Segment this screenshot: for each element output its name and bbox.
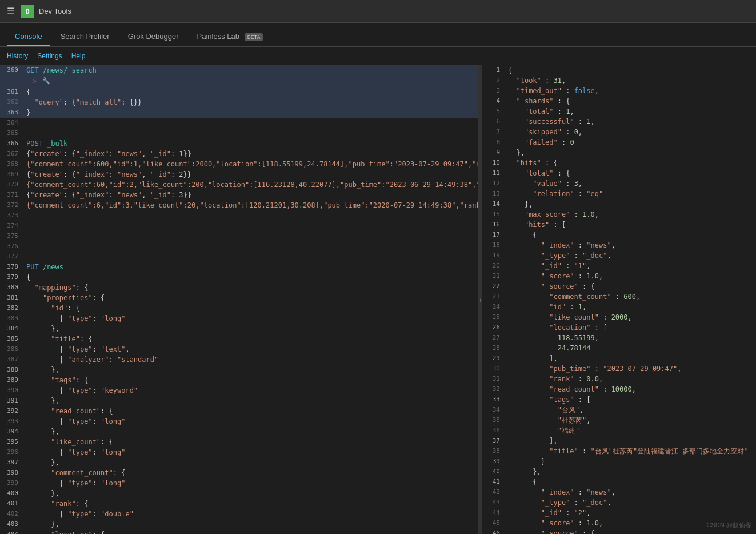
line-number: 384 (0, 324, 24, 334)
wrench-button[interactable]: 🔧 (41, 75, 52, 87)
table-row: 7 "skipped" : 0, (482, 127, 756, 137)
table-row: 386 | "type": "text", (0, 344, 478, 354)
table-row: 21 "_score" : 1.0, (482, 271, 756, 281)
line-number: 400 (0, 488, 24, 499)
line-number: 391 (0, 396, 24, 406)
table-row: 391 }, (0, 396, 478, 406)
line-number: 2 (482, 75, 506, 86)
table-row: 36 "福建" (482, 425, 756, 436)
app-title: Dev Tools (39, 7, 71, 15)
line-number: 365 (0, 128, 24, 138)
table-row: 403 }, (0, 519, 478, 529)
line-number: 13 (482, 189, 506, 199)
table-row: 379 { (0, 272, 478, 282)
subnav-settings[interactable]: Settings (37, 52, 62, 60)
watermark: CSDN @赵侦客 (707, 521, 751, 529)
table-row: 369 {"create": {"_index": "news", "_id":… (0, 169, 478, 180)
table-row: 4 "_shards" : { (482, 96, 756, 106)
line-number: 9 (482, 148, 506, 158)
table-row: 387 | "analyzer": "standard" (0, 354, 478, 365)
line-number: 11 (482, 168, 506, 178)
table-row: 399 | "type": "long" (0, 478, 478, 488)
line-number: 393 (0, 416, 24, 427)
line-number: 371 (0, 190, 24, 200)
left-editor-panel[interactable]: 360 GET /news/_search ▷ 🔧 361 { 362 "que… (0, 65, 478, 534)
table-row: 17 { (482, 230, 756, 240)
line-number: 373 (0, 210, 24, 221)
table-row: 3 "timed_out" : false, (482, 86, 756, 96)
tab-painless-lab[interactable]: Painless Lab BETA (189, 27, 271, 46)
table-row: 10 "hits" : { (482, 158, 756, 168)
table-row: 28 24.78144 (482, 343, 756, 353)
table-row: 22 "_source" : { (482, 281, 756, 292)
table-row: 42 "_index" : "news", (482, 487, 756, 497)
run-button[interactable]: ▷ (31, 75, 38, 87)
beta-badge: BETA (245, 33, 263, 41)
subnav-help[interactable]: Help (71, 52, 86, 60)
line-number: 34 (482, 405, 506, 415)
line-number: 375 (0, 231, 24, 241)
line-number: 12 (482, 178, 506, 189)
line-number: 35 (482, 415, 506, 425)
line-number: 388 (0, 365, 24, 375)
line-number: 397 (0, 457, 24, 468)
line-number: 378 (0, 262, 24, 272)
table-row: 35 "杜苏芮", (482, 415, 756, 425)
line-number: 404 (0, 529, 24, 534)
line-number: 37 (482, 436, 506, 446)
line-number: 394 (0, 427, 24, 437)
table-row: 392 "read_count": { (0, 406, 478, 416)
line-number: 372 (0, 200, 24, 210)
table-row: 368 {"comment_count":600,"id":1,"like_co… (0, 159, 478, 169)
line-number: 24 (482, 302, 506, 312)
table-row: 385 "title": { (0, 334, 478, 344)
table-row: 11 "total" : { (482, 168, 756, 178)
table-row: 361 { (0, 87, 478, 97)
line-number: 362 (0, 97, 24, 107)
subnav-history[interactable]: History (7, 52, 28, 60)
table-row: 394 }, (0, 427, 478, 437)
line-number: 383 (0, 313, 24, 324)
tab-console[interactable]: Console (7, 27, 50, 46)
line-toolbar: ▷ 🔧 (31, 75, 478, 87)
tab-search-profiler[interactable]: Search Profiler (53, 27, 118, 46)
table-row: 373 (0, 210, 478, 221)
table-row: 388 }, (0, 365, 478, 375)
table-row: 25 "like_count" : 2000, (482, 312, 756, 322)
line-number: 377 (0, 252, 24, 262)
line-number: 1 (482, 65, 506, 75)
line-number: 390 (0, 385, 24, 396)
right-output-panel[interactable]: 1 { 2 "took" : 31, 3 "timed_out" : false… (482, 65, 756, 534)
table-row: 384 }, (0, 324, 478, 334)
line-number: 6 (482, 117, 506, 127)
table-row: 378 PUT /news (0, 262, 478, 272)
table-row: 6 "successful" : 1, (482, 117, 756, 127)
table-row: 15 "max_score" : 1.0, (482, 209, 756, 220)
line-number: 380 (0, 282, 24, 293)
tab-grok-debugger[interactable]: Grok Debugger (120, 27, 187, 46)
line-number: 40 (482, 467, 506, 477)
line-number: 395 (0, 437, 24, 447)
table-row: 38 "title" : "台风"杜苏芮"登陆福建晋江 多部门多地全力应对" (482, 446, 756, 456)
left-code-editor: 360 GET /news/_search ▷ 🔧 361 { 362 "que… (0, 65, 478, 534)
table-row: 40 }, (482, 467, 756, 477)
table-row: 14 }, (482, 199, 756, 209)
table-row: 34 "台风", (482, 405, 756, 415)
line-number: 366 (0, 138, 24, 149)
line-number: 31 (482, 374, 506, 384)
table-row: 371 {"create": {"_index": "news", "_id":… (0, 190, 478, 200)
table-row: 366 POST _bulk (0, 138, 478, 149)
line-number: 22 (482, 281, 506, 292)
line-number: 30 (482, 364, 506, 374)
table-row: 13 "relation" : "eq" (482, 189, 756, 199)
line-number: 385 (0, 334, 24, 344)
line-number: 43 (482, 497, 506, 508)
hamburger-icon[interactable]: ☰ (7, 6, 15, 17)
sub-nav: History Settings Help (0, 47, 756, 65)
table-row: 32 "read_count" : 10000, (482, 384, 756, 394)
table-row: 9 }, (482, 148, 756, 158)
line-content: GET /news/_search ▷ 🔧 (24, 65, 478, 87)
table-row: 363 } (0, 107, 478, 118)
main-content: 360 GET /news/_search ▷ 🔧 361 { 362 "que… (0, 65, 756, 534)
line-number: 368 (0, 159, 24, 169)
